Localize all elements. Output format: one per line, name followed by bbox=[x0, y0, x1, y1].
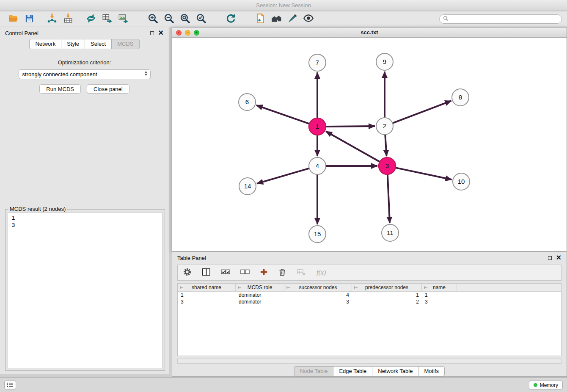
app-title-bar: Session: New Session bbox=[0, 0, 567, 11]
optimization-criterion-select[interactable]: strongly connected component bbox=[19, 69, 151, 79]
zoom-fit-button[interactable] bbox=[177, 12, 193, 26]
svg-text:1: 1 bbox=[316, 123, 319, 130]
edge-1-2[interactable] bbox=[326, 126, 375, 127]
show-columns-button[interactable] bbox=[202, 268, 211, 278]
paintbrush-icon bbox=[287, 13, 298, 25]
node-8[interactable]: 8 bbox=[452, 89, 469, 106]
table-row[interactable]: 3dominator323 bbox=[178, 298, 561, 305]
tab-node-table[interactable]: Node Table bbox=[294, 366, 334, 376]
save-session-button[interactable] bbox=[21, 12, 37, 26]
sort-icon bbox=[424, 285, 429, 290]
tab-style[interactable]: Style bbox=[61, 39, 85, 49]
float-table-panel-icon[interactable] bbox=[548, 256, 552, 260]
edge-3-1[interactable] bbox=[326, 131, 380, 162]
apply-style-button[interactable] bbox=[284, 12, 300, 26]
table-cell: 1 bbox=[422, 292, 457, 298]
delete-table-icon bbox=[297, 270, 306, 277]
zoom-out-button[interactable] bbox=[161, 12, 177, 26]
mcds-result-group: MCDS result (2 nodes) 13 bbox=[5, 209, 165, 371]
node-9[interactable]: 9 bbox=[376, 53, 393, 70]
table-scrollbar[interactable] bbox=[177, 359, 561, 364]
mcds-result-line: 1 bbox=[12, 214, 158, 221]
delete-column-button[interactable] bbox=[278, 268, 286, 278]
edge-3-10[interactable] bbox=[396, 168, 452, 179]
column-header-label: predecessor nodes bbox=[365, 284, 408, 290]
show-panels-button[interactable] bbox=[4, 381, 16, 389]
app-title: Session: New Session bbox=[256, 2, 311, 8]
sort-icon bbox=[286, 285, 291, 290]
node-10[interactable]: 10 bbox=[453, 173, 470, 190]
table-settings-button[interactable] bbox=[183, 268, 192, 278]
node-1[interactable]: 1 bbox=[309, 118, 326, 135]
mcds-result-list[interactable]: 13 bbox=[8, 213, 162, 368]
network-view[interactable]: 7968124314101511 bbox=[172, 38, 567, 251]
zoom-window-icon[interactable]: + bbox=[194, 30, 199, 36]
tab-network[interactable]: Network bbox=[29, 39, 61, 49]
svg-text:7: 7 bbox=[316, 59, 319, 66]
svg-text:8: 8 bbox=[459, 94, 462, 101]
import-network-button[interactable] bbox=[44, 12, 60, 26]
delete-table-button[interactable] bbox=[297, 268, 306, 278]
edge-2-8[interactable] bbox=[393, 101, 451, 123]
open-file-button[interactable] bbox=[5, 12, 21, 26]
search-input[interactable] bbox=[451, 16, 558, 22]
column-header-successor-nodes[interactable]: successor nodes bbox=[284, 284, 352, 291]
table-cell: 3 bbox=[422, 298, 457, 305]
close-window-icon[interactable]: × bbox=[176, 30, 182, 36]
network-from-selection-button[interactable] bbox=[83, 12, 99, 26]
edge-2-3[interactable] bbox=[385, 135, 386, 156]
node-11[interactable]: 11 bbox=[382, 224, 399, 241]
eye-icon bbox=[303, 13, 314, 25]
node-7[interactable]: 7 bbox=[309, 54, 326, 71]
column-header-predecessor-nodes[interactable]: predecessor nodes bbox=[352, 284, 422, 291]
import-table-button[interactable] bbox=[60, 12, 76, 26]
tab-motifs[interactable]: Motifs bbox=[418, 366, 445, 376]
main-toolbar bbox=[0, 11, 567, 27]
column-header-label: successor nodes bbox=[299, 284, 337, 290]
copy-network-button[interactable] bbox=[252, 12, 268, 26]
search-box[interactable] bbox=[439, 14, 562, 24]
close-table-panel-icon[interactable]: ✕ bbox=[556, 254, 561, 261]
table-row[interactable]: 1dominator411 bbox=[178, 292, 561, 298]
run-mcds-button[interactable]: Run MCDS bbox=[39, 84, 81, 94]
column-header-name[interactable]: name bbox=[422, 284, 457, 291]
trash-icon bbox=[278, 271, 286, 278]
deselect-all-columns-button[interactable] bbox=[240, 268, 250, 277]
tab-network-table[interactable]: Network Table bbox=[372, 366, 418, 376]
node-15[interactable]: 15 bbox=[309, 226, 326, 243]
node-6[interactable]: 6 bbox=[239, 94, 256, 110]
select-all-columns-button[interactable] bbox=[221, 268, 230, 277]
zoom-out-icon bbox=[164, 13, 174, 25]
column-header-label: name bbox=[433, 284, 446, 290]
node-3[interactable]: 3 bbox=[379, 157, 396, 174]
close-panel-icon[interactable]: ✕ bbox=[158, 30, 164, 36]
column-header-mcds-role[interactable]: MCDS role bbox=[236, 284, 284, 291]
network-canvas[interactable]: 7968124314101511 bbox=[172, 38, 567, 251]
node-14[interactable]: 14 bbox=[239, 178, 256, 195]
export-image-button[interactable] bbox=[115, 12, 131, 26]
refresh-view-button[interactable] bbox=[223, 12, 239, 26]
table-cell: dominator bbox=[236, 292, 284, 298]
edge-4-14[interactable] bbox=[257, 168, 309, 184]
edge-1-6[interactable] bbox=[256, 105, 309, 124]
column-header-shared-name[interactable]: shared name bbox=[178, 284, 236, 291]
network-window-titlebar[interactable]: × − + scc.txt bbox=[172, 28, 567, 38]
add-column-button[interactable] bbox=[260, 268, 268, 278]
export-table-button[interactable] bbox=[99, 12, 115, 26]
show-graphics-details-button[interactable] bbox=[300, 12, 317, 26]
minimize-window-icon[interactable]: − bbox=[185, 30, 190, 36]
tab-select[interactable]: Select bbox=[85, 39, 112, 49]
edge-3-11[interactable] bbox=[388, 174, 390, 223]
function-builder-button[interactable]: f(x) bbox=[317, 269, 326, 276]
float-panel-icon[interactable] bbox=[150, 31, 154, 35]
memory-button[interactable]: Memory bbox=[529, 381, 563, 389]
tab-mcds[interactable]: MCDS bbox=[111, 39, 139, 49]
node-4[interactable]: 4 bbox=[309, 157, 326, 174]
zoom-selected-button[interactable] bbox=[193, 12, 209, 26]
close-panel-button[interactable]: Close panel bbox=[87, 84, 129, 94]
node-2[interactable]: 2 bbox=[376, 118, 393, 135]
tab-edge-table[interactable]: Edge Table bbox=[333, 366, 372, 376]
home-view-button[interactable] bbox=[268, 12, 284, 26]
table-body: 1dominator4113dominator323 bbox=[178, 292, 561, 305]
zoom-in-button[interactable] bbox=[145, 12, 161, 26]
